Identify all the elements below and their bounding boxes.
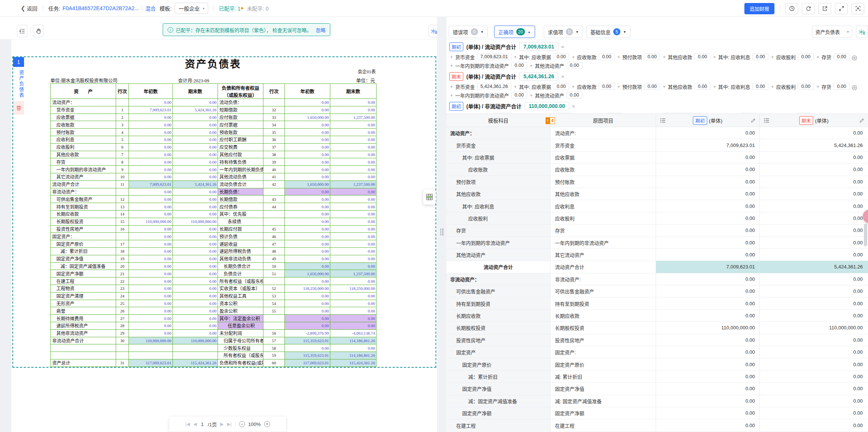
sheet-begin-value[interactable]: 0.00 (129, 143, 173, 151)
mapping-row[interactable]: 应收账款应收账款0.000.00 (446, 164, 868, 176)
sheet-begin-value[interactable]: 7,009,623.01 (129, 180, 173, 188)
mapping-row[interactable]: 其他应收款其他应收款0.000.00 (446, 188, 868, 200)
mapping-row[interactable]: 其中: 应收利息应收利息0.000.00 (446, 200, 868, 212)
sheet-end-value[interactable]: 0.00 (173, 262, 218, 270)
sheet-end-value[interactable]: 0.00 (173, 203, 218, 211)
sheet-end-value[interactable]: 0.00 (330, 166, 377, 173)
end-value-cell[interactable]: 0.00 (760, 407, 868, 419)
begin-value-cell[interactable]: 0.00 (656, 200, 760, 212)
sheet-end-value[interactable]: 0.00 (173, 322, 218, 329)
sheet-begin-value[interactable]: 0.00 (285, 188, 330, 196)
mapping-row[interactable]: 投资性房地产投资性房地产0.000.00 (446, 334, 868, 346)
sheet-end-value[interactable]: 0.00 (173, 315, 218, 322)
mapping-row[interactable]: 固定资产固定资产:0.000.00 (446, 346, 868, 358)
begin-value-cell[interactable]: 7,009,623.01 (656, 139, 760, 151)
begin-value-cell[interactable]: 0.00 (656, 212, 760, 224)
sheet-end-value[interactable]: 0.00 (173, 292, 218, 300)
template-subject-cell[interactable]: 流动资产合计 (446, 261, 550, 273)
sheet-begin-value[interactable]: 0.00 (129, 129, 173, 136)
sheet-end-value[interactable]: 0.00 (330, 218, 377, 225)
sheet-end-value[interactable]: 0.00 (173, 285, 218, 292)
sheet-item-name[interactable]: 其中：法定盈余公积 (218, 315, 263, 322)
sheet-begin-value[interactable] (129, 344, 173, 352)
sheet-end-value[interactable]: 0.00 (173, 210, 218, 218)
sheet-end-value[interactable]: 0.00 (173, 129, 218, 136)
sheet-end-value[interactable]: 115,424,361.26 (330, 359, 377, 367)
sheet-end-value[interactable]: 0.00 (330, 247, 377, 255)
sheet-item-name[interactable]: 应付职工薪酬 (218, 136, 263, 143)
sheet-end-value[interactable]: 0.00 (173, 255, 218, 262)
end-value-cell[interactable]: 0.00 (760, 395, 868, 407)
mapping-row[interactable]: 固定资产净值固定资产净值0.000.00 (446, 383, 868, 395)
sheet-end-value[interactable]: 0.00 (173, 99, 218, 106)
begin-value-cell[interactable]: 0.00 (656, 224, 760, 236)
grid-toggle-button[interactable] (423, 189, 436, 205)
sheet-tab[interactable]: 1 资产负债表 (13, 57, 24, 115)
template-subject-cell[interactable]: 长期应收款 (446, 310, 550, 321)
sheet-begin-value[interactable]: 0.00 (129, 247, 173, 255)
sheet-begin-value[interactable]: 110,000,000.00 (129, 218, 173, 225)
template-subject-cell[interactable]: 应收股利 (446, 212, 550, 224)
sheet-item-name[interactable]: 投资性房地产 (51, 225, 116, 233)
sheet-end-value[interactable]: 0.00 (330, 233, 377, 240)
original-item-cell[interactable]: 非流动资产: (550, 273, 656, 285)
sheet-begin-value[interactable]: 115,359,623.01 (285, 352, 330, 359)
formula-item-value[interactable]: 0.00 (798, 83, 814, 90)
sheet-item-name[interactable]: 固定资产： (51, 233, 116, 240)
original-item-cell[interactable]: 减: 固定资产减值准备 (550, 395, 656, 407)
template-subject-cell[interactable]: 存货 (446, 224, 550, 236)
sheet-item-name[interactable]: 应收股利 (51, 143, 116, 151)
sheet-item-name[interactable]: 递延所得税资产 (51, 322, 116, 329)
original-item-cell[interactable]: 可供出售金融资产 (550, 285, 656, 297)
template-subject-cell[interactable]: 其中: 应收利息 (446, 200, 550, 212)
sheet-item-name[interactable]: 流动资产： (51, 99, 116, 106)
template-subject-cell[interactable]: 可供出售金融资产 (446, 285, 550, 297)
sheet-end-value[interactable]: 0.00 (173, 196, 218, 203)
original-item-cell[interactable]: 投资性房地产 (550, 334, 656, 346)
sheet-begin-value[interactable]: 117,009,623.01 (129, 359, 173, 367)
sheet-item-name[interactable]: 少数股东权益 (218, 344, 263, 352)
sheet-begin-value[interactable]: 0.00 (129, 322, 173, 329)
sheet-end-value[interactable]: 0.00 (173, 188, 218, 196)
sheet-item-name[interactable]: 无形资产 (51, 300, 116, 307)
sheet-item-name[interactable]: 短期借款 (218, 106, 263, 114)
original-item-cell[interactable]: 流动资产: (550, 127, 656, 139)
formula-item-value[interactable]: 0.00 (833, 83, 849, 90)
begin-value-cell[interactable]: 0.00 (656, 152, 760, 163)
sheet-end-value[interactable]: 0.00 (173, 300, 218, 307)
end-value-cell[interactable]: 0.00 (760, 188, 868, 200)
original-item-cell[interactable]: 流动资产合计 (550, 261, 656, 273)
template-subject-cell[interactable]: 减：固定资产减值准备 (446, 395, 550, 407)
sheet-begin-value[interactable]: 0.00 (129, 136, 173, 143)
sheet-item-name[interactable] (51, 352, 116, 359)
list-icon[interactable] (660, 118, 665, 123)
sheet-item-name[interactable]: 其他权益工具 (218, 292, 263, 300)
sheet-begin-value[interactable]: 0.00 (129, 188, 173, 196)
mapping-row[interactable]: 流动资产：流动资产:0.000.00 (446, 127, 868, 139)
sheet-item-name[interactable]: 固定资产原价 (51, 240, 116, 248)
original-item-cell[interactable]: 其它流动资产 (550, 249, 656, 261)
sheet-end-value[interactable]: 5,424,361.26 (173, 106, 218, 114)
filter-tab-3[interactable]: 求值项0▼ (544, 26, 583, 38)
formula-item-value[interactable]: 0.00 (599, 83, 614, 90)
sheet-end-value[interactable]: 0.00 (173, 173, 218, 180)
sheet-end-value[interactable]: 0.00 (173, 136, 218, 143)
mapping-row[interactable]: 非流动资产：非流动资产:0.000.00 (446, 273, 868, 285)
begin-value-cell[interactable]: 0.00 (656, 164, 760, 175)
begin-value-cell[interactable]: 7,009,623.01 (656, 261, 760, 273)
sheet-begin-value[interactable]: 0.00 (129, 99, 173, 106)
formula-item-value[interactable]: 0.00 (752, 53, 768, 60)
sheet-begin-value[interactable]: 0.00 (129, 225, 173, 233)
original-item-cell[interactable]: 其他应收款 (550, 188, 656, 200)
sheet-begin-value[interactable]: -2,890,376.99 (285, 329, 330, 337)
sheet-end-value[interactable]: 0.00 (330, 99, 377, 106)
sheet-item-name[interactable]: 应收账款 (51, 121, 116, 129)
sheet-begin-value[interactable]: 0.00 (285, 218, 330, 225)
sheet-begin-value[interactable]: 0.00 (129, 114, 173, 121)
sheet-begin-value[interactable]: 0.00 (285, 247, 330, 255)
sheet-end-value[interactable]: 0.00 (173, 329, 218, 337)
begin-value-cell[interactable]: 0.00 (656, 346, 760, 358)
end-value-cell[interactable]: 0.00 (760, 371, 868, 382)
mapping-row[interactable]: 存货存货0.000.00 (446, 224, 868, 236)
zoom-in-button[interactable]: + (264, 421, 270, 427)
